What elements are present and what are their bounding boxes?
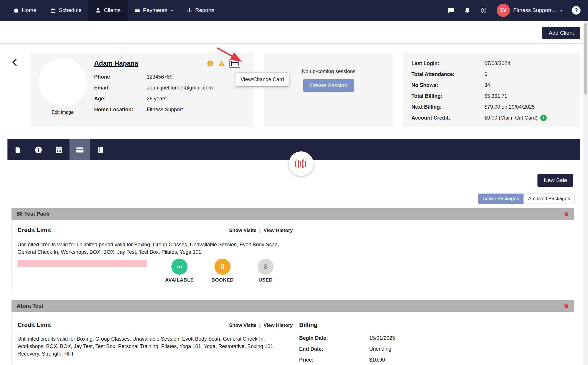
- field-email: Email: adam.joel.turner@gmail.com: [94, 84, 247, 91]
- field-age: Age: 26 years: [94, 95, 247, 102]
- billing-label: Begin Date:: [299, 335, 369, 341]
- stat-label: Total Attendance:: [411, 71, 484, 78]
- package-title: $0 Test Pack: [17, 211, 49, 217]
- info-flag-icon[interactable]: [207, 60, 214, 67]
- stat-label: Last Login:: [411, 60, 484, 67]
- billing-label: End Date:: [299, 346, 369, 352]
- payments-icon: [134, 7, 140, 13]
- chat-icon[interactable]: [448, 7, 454, 14]
- field-value: Fitness Support: [147, 106, 183, 113]
- bell-icon[interactable]: [464, 7, 471, 14]
- credit-card-icon: [76, 146, 84, 154]
- package-card: Atora Test Credit Limit Show Visits | Vi…: [11, 300, 574, 365]
- credit-info-icon[interactable]: i: [540, 115, 547, 121]
- billing-value: 15/01/2025: [369, 335, 395, 341]
- tab-notes[interactable]: [90, 139, 111, 160]
- credit-card-flag-highlight[interactable]: [229, 59, 240, 68]
- counter-label: AVAILABLE: [165, 277, 194, 283]
- counter-booked: 0 BOOKED: [205, 259, 240, 283]
- view-change-card-tooltip[interactable]: View/Change Card: [235, 73, 289, 87]
- add-client-button[interactable]: Add Client: [542, 27, 580, 39]
- tab-info[interactable]: [28, 139, 49, 160]
- field-home-location: Home Location: Fitness Support: [94, 106, 247, 113]
- stat-account-credit: Account Credit: $0.00 (Claim Gift Card) …: [411, 114, 572, 121]
- view-history-link[interactable]: View History: [264, 323, 293, 328]
- sessions-panel: No up-coming sessions Create Session: [264, 52, 393, 127]
- field-label: Email:: [94, 84, 147, 91]
- active-packages-tab[interactable]: Active Packages: [478, 194, 524, 204]
- tab-payments-card[interactable]: [69, 139, 90, 160]
- show-visits-link[interactable]: Show Visits: [229, 323, 256, 328]
- person-icon: [95, 7, 101, 13]
- client-details: Adam Hapana Phone: 123456789: [88, 58, 247, 122]
- field-value: 123456789: [147, 73, 173, 80]
- show-visits-link[interactable]: Show Visits: [229, 228, 256, 233]
- link-divider: |: [259, 228, 261, 233]
- bar-chart-icon: [187, 7, 192, 13]
- nav-item-reports[interactable]: Reports: [180, 0, 221, 21]
- document-icon: [14, 146, 22, 154]
- trash-icon: [563, 303, 569, 309]
- stat-label: Next Billing:: [411, 104, 484, 110]
- package-header: Atora Test: [11, 300, 574, 312]
- client-stats-panel: Last Login: 07/03/2024 Total Attendance:…: [403, 52, 581, 127]
- stat-label: Total Billing:: [411, 93, 484, 99]
- warning-flag-icon[interactable]: [218, 60, 225, 67]
- top-navbar: Home Schedule Clients Payments ▾ Reports: [0, 0, 588, 21]
- edit-image-link[interactable]: Edit Image: [52, 110, 74, 115]
- clock-icon[interactable]: [480, 7, 487, 14]
- credit-card-icon: [231, 61, 239, 66]
- nav-item-label: Clients: [104, 7, 121, 13]
- page-header: Add Client: [0, 21, 588, 44]
- package-links: Show Visits | View History: [229, 228, 293, 233]
- client-avatar-block: Edit Image: [37, 58, 88, 122]
- counter-available: ∞ AVAILABLE: [162, 259, 197, 283]
- help-icon[interactable]: ?: [572, 6, 581, 15]
- field-phone: Phone: 123456789: [94, 73, 247, 80]
- link-divider: |: [259, 323, 261, 328]
- client-name-row: Adam Hapana: [94, 59, 247, 68]
- account-name: Fitness Support...: [513, 7, 556, 13]
- previous-client-button[interactable]: [10, 58, 20, 68]
- package-links: Show Visits | View History: [229, 323, 293, 328]
- client-overview: Edit Image Adam Hapana Phone:: [0, 52, 588, 127]
- delete-package-button[interactable]: [563, 303, 569, 309]
- stat-value: $5,361.71: [484, 93, 507, 99]
- barcode-logo-icon: [295, 159, 307, 168]
- used-count: 6: [258, 259, 274, 275]
- nav-item-payments[interactable]: Payments ▾: [127, 0, 180, 21]
- page-scrollbar[interactable]: [583, 21, 588, 365]
- field-label: Phone:: [94, 73, 147, 80]
- no-sessions-text: No up-coming sessions: [302, 69, 355, 75]
- package-description: Unlimited credits valid for unlimited pe…: [18, 241, 290, 256]
- client-name[interactable]: Adam Hapana: [94, 60, 138, 67]
- create-session-button[interactable]: Create Session: [303, 79, 354, 92]
- chevron-down-icon: ▾: [560, 8, 562, 13]
- stat-value: 07/03/2024: [484, 60, 510, 67]
- usage-progress-bar: [18, 260, 147, 267]
- package-body: Credit Limit Show Visits | View History …: [11, 312, 574, 365]
- stat-total-attendance: Total Attendance: 6: [411, 71, 572, 78]
- tab-documents[interactable]: [7, 139, 28, 160]
- scrollbar-thumb[interactable]: [584, 23, 587, 95]
- counter-label: USED: [258, 277, 272, 283]
- nav-item-schedule[interactable]: Schedule: [43, 0, 88, 21]
- nav-item-clients[interactable]: Clients: [88, 0, 127, 21]
- book-icon: [97, 146, 104, 154]
- account-menu[interactable]: SV Fitness Support... ▾: [497, 4, 562, 17]
- new-sale-button[interactable]: New Sale: [537, 174, 573, 187]
- view-history-link[interactable]: View History: [264, 228, 293, 233]
- field-label: Age:: [94, 95, 147, 102]
- billing-heading: Billing: [299, 321, 318, 328]
- calendar-icon: [55, 146, 63, 154]
- archived-packages-tab[interactable]: Archived Packages: [523, 194, 575, 204]
- packages-section: New Sale Active Packages Archived Packag…: [0, 160, 588, 365]
- nav-item-home[interactable]: Home: [6, 0, 43, 21]
- delete-package-button[interactable]: [563, 211, 569, 217]
- page: Home Schedule Clients Payments ▾ Reports: [0, 0, 588, 365]
- tab-calendar[interactable]: [49, 139, 69, 160]
- credit-counters: ∞ AVAILABLE 0 BOOKED 6 USED: [162, 259, 283, 283]
- field-value: adam.joel.turner@gmail.com: [147, 84, 213, 91]
- stat-value: 6: [484, 71, 487, 78]
- packages-list: $0 Test Pack Credit Limit Show Visits | …: [11, 208, 574, 365]
